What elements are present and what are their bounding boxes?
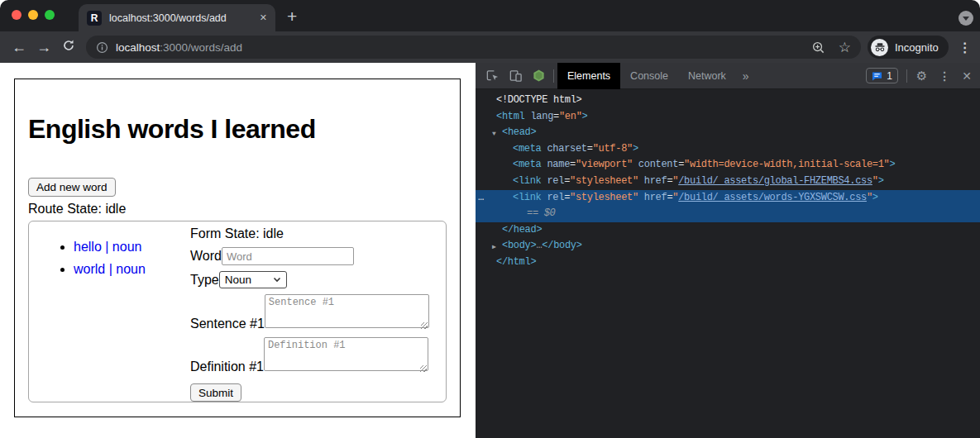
type-select-value: Noun [225, 274, 251, 286]
issues-count: 1 [887, 70, 892, 82]
incognito-icon [871, 39, 888, 56]
browser-menu-button[interactable]: ⋮ [958, 40, 972, 55]
words-panel: hello | noun world | noun Form State: id… [28, 221, 447, 402]
devtools-menu-icon[interactable]: ⋮ [933, 69, 956, 83]
definition-textarea[interactable] [264, 337, 428, 371]
type-row: Type Noun [190, 271, 287, 288]
device-toolbar-button[interactable] [504, 63, 527, 89]
remix-favicon-icon: R [87, 11, 102, 26]
window-content: English words I learned Add new word Rou… [0, 63, 980, 438]
issues-counter[interactable]: 1 [866, 68, 898, 83]
nodejs-debugger-button[interactable] [527, 63, 550, 89]
expand-arrow-icon: ▼ [492, 126, 496, 142]
traffic-lights [12, 10, 55, 20]
maximize-window-button[interactable] [45, 10, 55, 20]
tab-title: localhost:3000/words/add [109, 12, 253, 24]
tab-close-icon[interactable]: ✕ [260, 12, 267, 23]
word-list: hello | noun world | noun [49, 240, 146, 284]
reload-button[interactable] [56, 39, 81, 56]
resize-handle-icon[interactable] [421, 322, 428, 329]
devtools-panel: Elements Console Network » 1 ⚙ ⋮ ✕ <!DOC… [476, 63, 980, 438]
address-bar[interactable]: localhost:3000/words/add ☆ [86, 36, 861, 59]
url-text: localhost:3000/words/add [116, 41, 242, 54]
minimize-window-button[interactable] [28, 10, 38, 20]
sentence-label: Sentence #1 [190, 317, 265, 331]
tab-elements[interactable]: Elements [557, 63, 620, 89]
word-row: Word [190, 247, 354, 265]
add-word-form: Form State: idle Word Type Noun Senten [190, 226, 429, 402]
chevron-down-icon [273, 277, 281, 283]
sentence-textarea[interactable] [265, 294, 429, 328]
page-container: English words I learned Add new word Rou… [14, 79, 461, 417]
tab-network[interactable]: Network [678, 63, 736, 89]
browser-tab[interactable]: R localhost:3000/words/add ✕ [79, 4, 275, 31]
resize-handle-icon[interactable] [420, 365, 427, 372]
word-link-world[interactable]: world | noun [74, 262, 146, 276]
web-page: English words I learned Add new word Rou… [0, 63, 476, 438]
definition-row: Definition #1 [190, 337, 428, 374]
list-item: world | noun [74, 262, 146, 277]
route-state-text: Route State: idle [28, 202, 126, 217]
word-label: Word [190, 249, 222, 264]
form-state-text: Form State: idle [190, 226, 284, 241]
close-window-button[interactable] [12, 10, 22, 20]
nodejs-hexagon-icon [532, 69, 546, 83]
devtools-toolbar: Elements Console Network » 1 ⚙ ⋮ ✕ [476, 63, 980, 89]
toolbar-divider [906, 69, 907, 83]
page-title: English words I learned [28, 114, 316, 145]
inspect-element-button[interactable] [480, 63, 504, 89]
bookmark-star-icon[interactable]: ☆ [839, 40, 851, 55]
word-input[interactable] [222, 247, 354, 265]
definition-label: Definition #1 [190, 359, 264, 374]
sentence-row: Sentence #1 [190, 294, 429, 331]
new-tab-button[interactable]: + [287, 7, 297, 26]
browser-toolbar: ← → localhost:3000/words/add ☆ Incognito… [0, 31, 980, 63]
zoom-icon[interactable] [811, 40, 825, 55]
incognito-badge: Incognito [868, 36, 949, 59]
type-label: Type [190, 273, 219, 288]
tab-console[interactable]: Console [620, 63, 678, 89]
submit-button[interactable]: Submit [190, 383, 241, 402]
back-button[interactable]: ← [7, 39, 31, 56]
type-select[interactable]: Noun [219, 271, 287, 288]
devtools-code[interactable]: <!DOCTYPE html><html lang="en">▼<head><m… [476, 93, 980, 271]
reload-icon [62, 39, 75, 52]
chevron-down-icon [963, 17, 969, 21]
list-item: hello | noun [74, 240, 146, 255]
settings-gear-icon[interactable]: ⚙ [911, 69, 933, 83]
tab-search-button[interactable] [958, 11, 973, 26]
device-toolbar-icon [509, 69, 523, 83]
toolbar-divider [553, 69, 554, 83]
hover-ellipsis-icon: … [478, 190, 484, 207]
word-link-hello[interactable]: hello | noun [74, 240, 141, 254]
window-titlebar: R localhost:3000/words/add ✕ + [0, 0, 980, 31]
inspect-cursor-icon [485, 69, 500, 83]
forward-button[interactable]: → [31, 39, 56, 56]
issues-bubble-icon [872, 71, 882, 81]
collapse-arrow-icon: ▶ [492, 239, 496, 255]
page-info-icon[interactable] [96, 41, 108, 54]
add-new-word-button[interactable]: Add new word [28, 178, 116, 197]
more-tabs-button[interactable]: » [736, 69, 756, 83]
devtools-close-icon[interactable]: ✕ [956, 69, 980, 83]
incognito-label: Incognito [895, 41, 939, 54]
